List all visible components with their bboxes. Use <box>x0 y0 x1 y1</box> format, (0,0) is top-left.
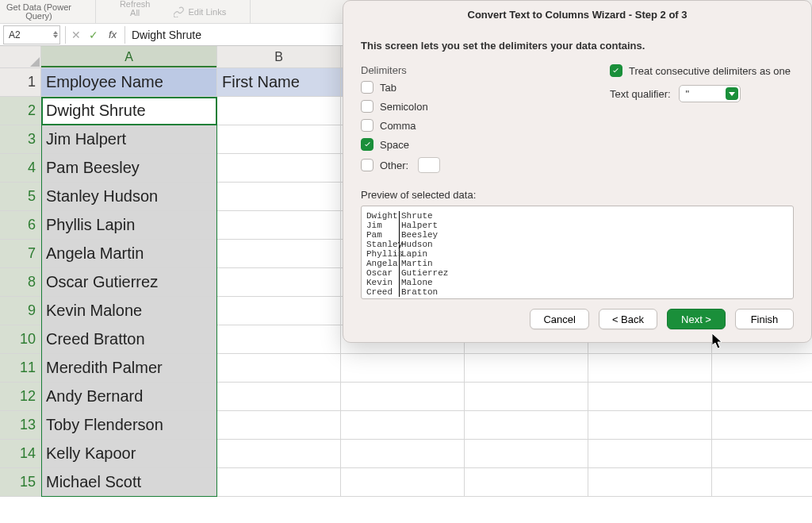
cell[interactable] <box>465 440 588 468</box>
other-delimiter-input[interactable] <box>418 157 440 173</box>
preview-label: Preview of selected data: <box>361 173 794 206</box>
cell[interactable] <box>465 383 588 411</box>
dialog-intro: This screen lets you set the delimiters … <box>361 32 794 63</box>
cell[interactable]: Jim Halpert <box>41 125 217 154</box>
cell[interactable] <box>217 211 341 240</box>
cell[interactable] <box>712 354 812 383</box>
checkbox-semicolon[interactable]: Semicolon <box>361 100 440 113</box>
cell[interactable] <box>341 440 465 468</box>
row-header[interactable]: 14 <box>0 440 41 468</box>
cell[interactable] <box>465 354 588 383</box>
cell[interactable] <box>588 468 712 497</box>
dialog-title: Convert Text to Columns Wizard - Step 2 … <box>343 1 811 27</box>
cell[interactable]: Andy Bernard <box>41 383 217 411</box>
cell[interactable] <box>588 440 712 468</box>
row-header[interactable]: 3 <box>0 125 41 154</box>
row-header[interactable]: 11 <box>0 354 41 383</box>
cell[interactable] <box>588 383 712 411</box>
cell[interactable]: Angela Martin <box>41 240 217 268</box>
cell[interactable] <box>341 354 465 383</box>
back-button[interactable]: < Back <box>599 309 657 329</box>
select-all-corner[interactable] <box>0 46 41 68</box>
cell[interactable] <box>217 297 341 325</box>
ribbon-get-data[interactable]: Get Data (Power Query) <box>6 0 71 23</box>
cell[interactable] <box>217 154 341 183</box>
cell[interactable] <box>217 183 341 211</box>
cell[interactable] <box>712 440 812 468</box>
checkbox-treat-consecutive[interactable]: Treat consecutive delimiters as one <box>610 64 791 77</box>
col-header-A[interactable]: A <box>41 46 217 68</box>
row-header[interactable]: 8 <box>0 268 41 297</box>
text-to-columns-wizard: Convert Text to Columns Wizard - Step 2 … <box>343 0 812 343</box>
cell[interactable]: Meredith Palmer <box>41 354 217 383</box>
row-header[interactable]: 12 <box>0 383 41 411</box>
name-box[interactable]: A2 <box>3 25 60 44</box>
row-header[interactable]: 4 <box>0 154 41 183</box>
col-header-B[interactable]: B <box>217 46 341 68</box>
row-header[interactable]: 6 <box>0 211 41 240</box>
cell[interactable]: Oscar Gutierrez <box>41 268 217 297</box>
cell[interactable] <box>217 383 341 411</box>
cell[interactable]: Employee Name <box>41 68 217 97</box>
cell[interactable] <box>217 325 341 354</box>
cell[interactable]: Pam Beesley <box>41 154 217 183</box>
cell[interactable] <box>341 383 465 411</box>
row-header[interactable]: 10 <box>0 325 41 354</box>
cell[interactable] <box>712 383 812 411</box>
ribbon-edit-links: Edit Links <box>174 6 226 17</box>
fx-icon[interactable]: fx <box>102 29 123 40</box>
link-icon <box>174 6 185 17</box>
ribbon-refresh-all[interactable]: Refresh All <box>120 0 151 17</box>
checkbox-space[interactable]: Space <box>361 138 440 151</box>
row-header[interactable]: 13 <box>0 411 41 440</box>
checkbox-other[interactable]: Other: <box>361 157 440 173</box>
cell[interactable]: Kelly Kapoor <box>41 440 217 468</box>
text-qualifier-label: Text qualifier: <box>610 88 671 100</box>
cell[interactable] <box>588 411 712 440</box>
cell[interactable] <box>588 354 712 383</box>
next-button[interactable]: Next > <box>667 309 726 329</box>
finish-button[interactable]: Finish <box>735 309 794 329</box>
formula-cancel-icon[interactable]: ✕ <box>67 29 85 41</box>
text-qualifier-select[interactable]: " <box>679 85 741 102</box>
row-header[interactable]: 7 <box>0 240 41 268</box>
checkbox-tab[interactable]: Tab <box>361 81 440 94</box>
cell[interactable] <box>217 97 341 125</box>
cell[interactable]: Stanley Hudson <box>41 183 217 211</box>
cell[interactable]: Dwight Shrute <box>41 97 217 125</box>
cell[interactable] <box>712 411 812 440</box>
cell[interactable]: Kevin Malone <box>41 297 217 325</box>
cell[interactable] <box>217 240 341 268</box>
row-header[interactable]: 1 <box>0 68 41 97</box>
cell[interactable] <box>465 468 588 497</box>
cell[interactable] <box>712 468 812 497</box>
cell[interactable] <box>341 411 465 440</box>
checkbox-comma[interactable]: Comma <box>361 119 440 132</box>
cell[interactable] <box>217 411 341 440</box>
cell[interactable] <box>217 268 341 297</box>
cell[interactable]: First Name <box>217 68 341 97</box>
cell[interactable] <box>217 468 341 497</box>
row-header[interactable]: 5 <box>0 183 41 211</box>
formula-confirm-icon[interactable]: ✓ <box>85 29 102 41</box>
cell[interactable]: Michael Scott <box>41 468 217 497</box>
delimiters-label: Delimiters <box>361 63 440 81</box>
row-header[interactable]: 2 <box>0 97 41 125</box>
cell[interactable] <box>341 468 465 497</box>
chevron-down-icon <box>726 87 738 100</box>
row-header[interactable]: 15 <box>0 468 41 497</box>
data-preview: DwightShruteJimHalpertPamBeesleyStanleyH… <box>361 206 794 299</box>
cell[interactable]: Toby Flenderson <box>41 411 217 440</box>
cell[interactable] <box>217 354 341 383</box>
row-header[interactable]: 9 <box>0 297 41 325</box>
cell[interactable]: Phyllis Lapin <box>41 211 217 240</box>
cell[interactable] <box>217 440 341 468</box>
cell[interactable]: Creed Bratton <box>41 325 217 354</box>
cell[interactable] <box>217 125 341 154</box>
cell[interactable] <box>465 411 588 440</box>
cancel-button[interactable]: Cancel <box>530 309 588 329</box>
